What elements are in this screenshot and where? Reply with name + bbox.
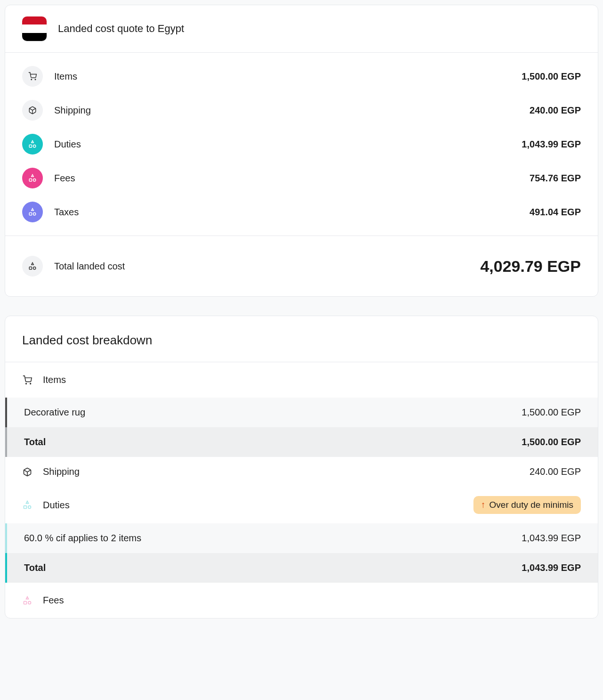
items-total-row: Total 1,500.00 EGP [5, 427, 598, 457]
svg-point-1 [35, 79, 36, 80]
svg-point-6 [33, 179, 36, 181]
summary-label: Items [54, 71, 77, 82]
summary-value: 240.00 EGP [530, 105, 581, 116]
section-fees: Fees [5, 583, 598, 618]
shipping-value: 240.00 EGP [530, 466, 581, 477]
quote-title: Landed cost quote to Egypt [58, 23, 184, 35]
section-items: Items [5, 362, 598, 398]
section-label: Shipping [43, 466, 80, 477]
summary-value: 1,043.99 EGP [522, 139, 581, 150]
breakdown-card: Landed cost breakdown Items Decorative r… [5, 316, 598, 619]
box-icon [22, 100, 43, 121]
duty-value: 1,043.99 EGP [522, 533, 581, 544]
egypt-flag-icon [22, 16, 47, 41]
section-label: Duties [43, 500, 70, 511]
shapes-icon [22, 134, 43, 155]
total-value: 4,029.79 EGP [480, 257, 581, 276]
summary-value: 754.76 EGP [530, 173, 581, 184]
svg-point-15 [28, 506, 31, 509]
badge-text: Over duty de minimis [489, 500, 573, 510]
summary-fees: Fees 754.76 EGP [22, 161, 581, 195]
section-label: Items [43, 374, 66, 385]
breakdown-header: Landed cost breakdown [5, 316, 598, 362]
svg-point-17 [28, 601, 31, 604]
total-value: 1,500.00 EGP [522, 437, 581, 448]
item-name: Decorative rug [24, 407, 85, 418]
shapes-icon [22, 168, 43, 188]
summary-label: Shipping [54, 105, 91, 116]
section-duties: Duties ↑ Over duty de minimis [5, 487, 598, 523]
summary-duties: Duties 1,043.99 EGP [22, 127, 581, 161]
summary-items: Items 1,500.00 EGP [22, 59, 581, 93]
cart-icon [22, 375, 33, 385]
breakdown-body: Items Decorative rug 1,500.00 EGP Total … [5, 362, 598, 618]
shapes-icon [22, 500, 33, 510]
shapes-icon [22, 595, 33, 606]
summary-label: Fees [54, 173, 75, 184]
section-shipping: Shipping 240.00 EGP [5, 457, 598, 487]
svg-rect-3 [29, 145, 32, 147]
svg-rect-9 [29, 267, 32, 269]
summary-label: Duties [54, 139, 81, 150]
summary-section: Items 1,500.00 EGP Shipping 240.00 EGP D… [5, 52, 598, 236]
duty-name: 60.0 % cif applies to 2 items [24, 533, 141, 544]
summary-label: Taxes [54, 207, 79, 218]
item-value: 1,500.00 EGP [522, 407, 581, 418]
shapes-icon [22, 202, 43, 222]
box-icon [22, 467, 33, 477]
duties-total-row: Total 1,043.99 EGP [5, 553, 598, 583]
svg-point-0 [31, 79, 32, 80]
breakdown-title: Landed cost breakdown [22, 333, 581, 348]
svg-point-4 [33, 145, 36, 147]
summary-shipping: Shipping 240.00 EGP [22, 93, 581, 127]
summary-taxes: Taxes 491.04 EGP [22, 195, 581, 229]
item-row: Decorative rug 1,500.00 EGP [5, 398, 598, 427]
svg-point-12 [30, 383, 31, 384]
duty-row: 60.0 % cif applies to 2 items 1,043.99 E… [5, 523, 598, 553]
total-section: Total landed cost 4,029.79 EGP [5, 236, 598, 296]
total-label: Total landed cost [54, 261, 125, 272]
summary-value: 1,500.00 EGP [522, 71, 581, 82]
svg-point-8 [33, 213, 36, 215]
de-minimis-badge: ↑ Over duty de minimis [473, 496, 581, 514]
svg-rect-5 [29, 179, 32, 181]
total-label: Total [24, 437, 46, 448]
svg-rect-16 [24, 601, 27, 604]
quote-summary-card: Landed cost quote to Egypt Items 1,500.0… [5, 5, 598, 297]
shapes-icon [22, 256, 43, 277]
total-label: Total [24, 562, 46, 573]
svg-rect-7 [29, 213, 32, 215]
summary-value: 491.04 EGP [530, 207, 581, 218]
svg-rect-14 [24, 506, 27, 509]
arrow-up-icon: ↑ [481, 500, 486, 510]
section-label: Fees [43, 595, 64, 606]
cart-icon [22, 66, 43, 87]
total-value: 1,043.99 EGP [522, 562, 581, 573]
quote-header: Landed cost quote to Egypt [5, 5, 598, 52]
svg-point-10 [33, 267, 36, 269]
svg-point-11 [26, 383, 27, 384]
